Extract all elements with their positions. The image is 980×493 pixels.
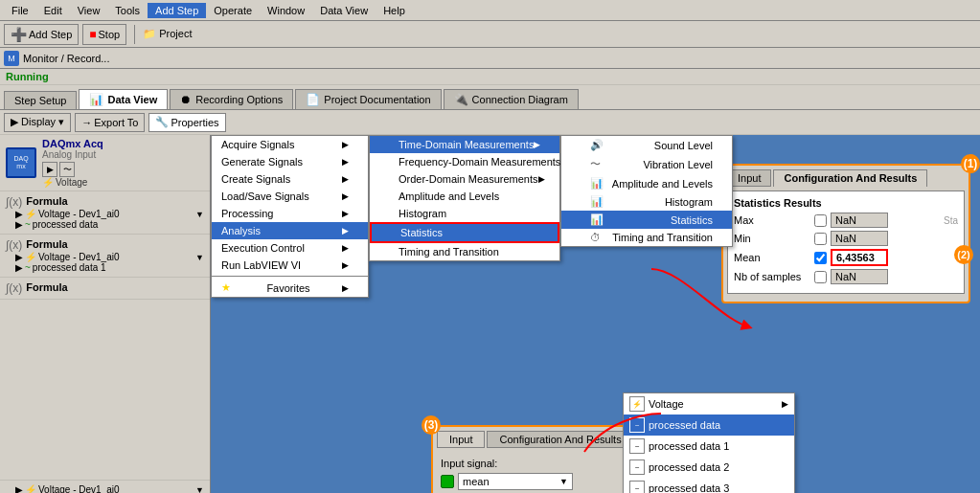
stats-min-check[interactable]: [814, 233, 827, 245]
left-panel: DAQmx DAQmx Acq Analog Input ▶ 〜 ⚡ Volta…: [0, 135, 211, 493]
submenu-vibration[interactable]: 〜 Vibration Level: [561, 154, 732, 174]
wave-btn[interactable]: 〜: [59, 162, 75, 177]
menu-generate[interactable]: Generate Signals ▶: [212, 153, 368, 170]
menu-window[interactable]: Window: [260, 3, 312, 18]
tab-connectiondiagram[interactable]: 🔌 Connection Diagram: [444, 89, 579, 109]
submenu-soundlevel[interactable]: 🔊 Sound Level: [561, 136, 732, 154]
menu-favorites[interactable]: ★ Favorites ▶: [212, 279, 368, 297]
stats-mean-row: Mean 6,43563 (2): [734, 249, 958, 266]
daqmx-channel: ⚡ Voltage: [42, 177, 204, 188]
submenu-timing[interactable]: Timing and Transition: [370, 243, 559, 260]
submenu-statistics[interactable]: Statistics: [370, 222, 559, 243]
menu-create[interactable]: Create Signals ▶: [212, 170, 368, 188]
submenu-amplitudelevels[interactable]: 📊 Amplitude and Levels: [561, 174, 732, 192]
generate-arrow: ▶: [342, 157, 349, 167]
display-label: ▶ Display ▾: [11, 116, 64, 128]
menu-file[interactable]: File: [4, 3, 36, 18]
input-tab-config[interactable]: Configuration And Results: [487, 431, 633, 448]
formula-2-ch2: ▶~ processed data 1: [15, 262, 204, 273]
timedomain-submenu: 🔊 Sound Level 〜 Vibration Level 📊 Amplit…: [560, 135, 733, 247]
stop-label: Stop: [99, 29, 121, 40]
signal-processed-data[interactable]: ~ processed data: [624, 415, 794, 436]
tab-dataview[interactable]: 📊 Data View: [79, 89, 168, 109]
orderdomain-arrow: ▶: [538, 174, 545, 184]
tab-projectdoc[interactable]: 📄 Project Documentation: [295, 89, 441, 109]
menubar: File Edit View Tools Add Step Operate Wi…: [0, 0, 980, 21]
voltage-arrow: ▶: [782, 399, 788, 409]
tab-stepsetup[interactable]: Step Setup: [4, 91, 77, 109]
submenu-orderdomain[interactable]: Order-Domain Measurements ▶: [370, 170, 559, 188]
voltage-icon: ⚡: [629, 396, 645, 412]
submenu-freqdomain[interactable]: Frequency-Domain Measurements ▶: [370, 153, 559, 170]
stats-min-row: Min NaN: [734, 231, 958, 246]
formula-3[interactable]: ∫(x) Formula: [0, 278, 210, 300]
panel-2-badge: (2): [954, 245, 973, 264]
export-icon: →: [81, 117, 92, 128]
stats-tab-input[interactable]: Input: [727, 169, 771, 187]
stats-nbsamples-row: Nb of samples NaN: [734, 269, 958, 284]
menu-analysis[interactable]: Analysis ▶: [212, 222, 368, 239]
submenu-amplitude[interactable]: Amplitude and Levels: [370, 188, 559, 205]
stats-mean-check[interactable]: [814, 252, 827, 264]
menu-operate[interactable]: Operate: [206, 3, 260, 18]
menu-tools[interactable]: Tools: [107, 3, 148, 18]
processed2-icon: ~: [629, 459, 645, 475]
main-toolbar: ➕ Add Step ■ Stop 📁 Project: [0, 21, 980, 48]
timedomain-arrow: ▶: [534, 140, 540, 149]
monitor-label: Monitor / Record...: [23, 53, 109, 64]
signal-processed-data-1[interactable]: ~ processed data 1: [624, 436, 794, 457]
menu-addstep[interactable]: Add Step: [148, 3, 206, 18]
menu-view[interactable]: View: [70, 3, 108, 18]
panel-1-badge: (1): [961, 154, 980, 173]
stats-max-row: Max NaN Sta: [734, 213, 958, 228]
stats-nbsamples-label: Nb of samples: [734, 271, 810, 282]
project-bar: M Monitor / Record...: [0, 48, 980, 69]
processed1-icon: ~: [629, 438, 645, 454]
submenu-timedomain[interactable]: Time-Domain Measurements ▶: [370, 136, 559, 153]
menu-acquire[interactable]: Acquire Signals ▶: [212, 136, 368, 153]
submenu-stats2[interactable]: 📊 Statistics: [561, 211, 732, 229]
loadsave-arrow: ▶: [342, 191, 349, 201]
signal-list: ⚡ Voltage ▶ ~ processed data ~ processed…: [623, 392, 795, 493]
menu-help[interactable]: Help: [376, 3, 413, 18]
bottom-ch: ▶⚡ Voltage - Dev1_ai0 ▼: [15, 484, 204, 493]
signal-indicator: [441, 475, 454, 488]
menu-dataview[interactable]: Data View: [312, 3, 376, 18]
daqmx-controls: ▶ 〜: [42, 162, 204, 177]
menu-execution[interactable]: Execution Control ▶: [212, 239, 368, 257]
input-tab-input[interactable]: Input: [437, 431, 485, 448]
menu-runlabview[interactable]: Run LabVIEW VI ▶: [212, 257, 368, 274]
play-btn[interactable]: ▶: [42, 162, 57, 177]
analysis-arrow: ▶: [342, 226, 349, 235]
signal-voltage[interactable]: ⚡ Voltage ▶: [624, 393, 794, 415]
addstep-dropdown: Acquire Signals ▶ Generate Signals ▶ Cre…: [211, 135, 369, 298]
tab-stepsetup-label: Step Setup: [14, 95, 66, 106]
stats-max-label: Max: [734, 214, 810, 226]
formula-1[interactable]: ∫(x) Formula ▶⚡ Voltage - Dev1_ai0 ▼ ▶~ …: [0, 191, 210, 235]
stop-button[interactable]: ■ Stop: [82, 24, 126, 45]
stats-mean-value: 6,43563: [831, 249, 888, 266]
formula-2[interactable]: ∫(x) Formula ▶⚡ Voltage - Dev1_ai0 ▼ ▶~ …: [0, 235, 210, 278]
export-to-btn[interactable]: → Export To: [75, 113, 145, 132]
stats-max-check[interactable]: [814, 214, 827, 227]
menu-loadsave[interactable]: Load/Save Signals ▶: [212, 188, 368, 205]
menu-processing[interactable]: Processing ▶: [212, 205, 368, 222]
submenu-timing2[interactable]: ⏱ Timing and Transition: [561, 229, 732, 246]
stats-tabs: Input Configuration And Results: [727, 169, 965, 187]
processed-icon: ~: [629, 417, 645, 433]
menu-edit[interactable]: Edit: [36, 3, 70, 18]
properties-btn[interactable]: 🔧 Properties: [148, 113, 225, 132]
display-dropdown-btn[interactable]: ▶ Display ▾: [4, 113, 71, 132]
tab-recordingoptions[interactable]: ⏺ Recording Options: [170, 89, 293, 109]
submenu-histogram[interactable]: Histogram: [370, 205, 559, 222]
signal-processed-data-2[interactable]: ~ processed data 2: [624, 457, 794, 478]
daqmx-step-name: DAQmx Acq: [42, 138, 204, 149]
daqmx-step-item[interactable]: DAQmx DAQmx Acq Analog Input ▶ 〜 ⚡ Volta…: [0, 135, 210, 191]
stats-nbsamples-check[interactable]: [814, 271, 827, 283]
stats-tab-config[interactable]: Configuration And Results: [773, 169, 927, 187]
signal-processed-data-3[interactable]: ~ processed data 3: [624, 478, 794, 493]
secondary-toolbar: ▶ Display ▾ → Export To 🔧 Properties: [0, 110, 980, 135]
add-step-button[interactable]: ➕ Add Step: [4, 24, 79, 45]
submenu-histogram2[interactable]: 📊 Histogram: [561, 192, 732, 211]
signal-dropdown-btn[interactable]: mean ▼: [458, 473, 573, 490]
